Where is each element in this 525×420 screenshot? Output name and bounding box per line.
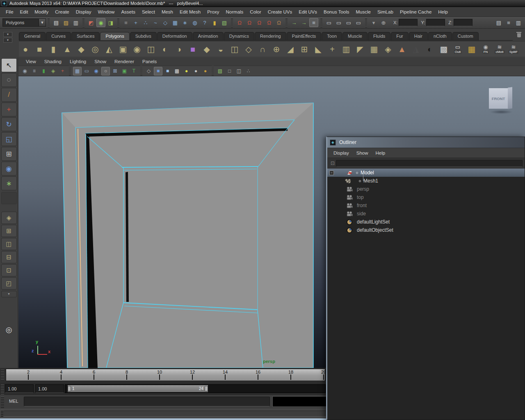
shelf-tab-subdivs[interactable]: Subdivs [130, 32, 157, 40]
hypershade-persp-layout-button[interactable]: ⊡ [1, 264, 17, 276]
subdiv-proxy-button[interactable]: ■ [186, 42, 199, 56]
smooth-shade-display-button[interactable]: ■ [154, 67, 162, 75]
duplicate-face-button[interactable]: ▥ [340, 42, 353, 56]
outliner-menu-display[interactable]: Display [330, 151, 353, 155]
xray-display-button[interactable]: ▧ [216, 67, 224, 75]
range-slider-bar[interactable]: 1 24 [68, 385, 208, 392]
menu-file[interactable]: File [2, 8, 17, 16]
persp-trax-layout-button[interactable]: ◰ [1, 277, 17, 290]
layout-shortcuts-menu-button[interactable]: ▾ [1, 291, 17, 297]
paint-selection-tool-button[interactable]: / [1, 88, 17, 102]
poly-cube-button[interactable]: ■ [33, 42, 46, 56]
mask-surfaces-button[interactable]: ◇ [161, 18, 170, 27]
panel-menu-show[interactable]: Show [90, 59, 110, 64]
show-attribute-editor-button[interactable]: ▥ [514, 18, 523, 27]
trash-icon[interactable] [516, 32, 522, 38]
last-tool-slot[interactable] [1, 192, 17, 204]
outliner-item-defaultlightset[interactable]: defaultLightSet [327, 218, 525, 226]
select-by-object-button[interactable]: ◉ [96, 18, 105, 27]
select-tool-button[interactable]: ↖ [1, 58, 17, 72]
outliner-item-mesh1[interactable]: Mesh1 [327, 177, 525, 185]
command-line-grip[interactable] [1, 397, 4, 408]
outliner-menu-show[interactable]: Show [353, 151, 372, 155]
shelf-tab-animation[interactable]: Animation [193, 32, 224, 40]
quad-draw-button[interactable]: ▦ [368, 42, 381, 56]
x-coordinate-field[interactable] [399, 19, 418, 26]
view-cube-side-face[interactable] [508, 87, 512, 109]
menu-muscle[interactable]: Muscle [352, 8, 374, 16]
nex-modeling-button[interactable]: ◮ [409, 42, 422, 56]
panel-menu-renderer[interactable]: Renderer [110, 59, 138, 64]
no-lights-button[interactable]: ● [182, 67, 191, 75]
grid-button[interactable]: ▦ [73, 67, 82, 75]
panel-menu-lighting[interactable]: Lighting [66, 59, 90, 64]
smooth-button[interactable]: ◒ [214, 42, 227, 56]
crease-tool-button[interactable]: ◈ [381, 42, 395, 56]
shelf-tab-general[interactable]: General [19, 32, 46, 40]
show-manipulator-tool-button[interactable]: ∗ [1, 176, 17, 190]
mask-handles-button[interactable]: ∴ [141, 18, 150, 27]
shelf-tab-menu-button[interactable]: ▼ [3, 32, 12, 37]
view-cube[interactable]: FRONT [488, 85, 517, 114]
mask-rendering-button[interactable]: ◍ [190, 18, 199, 27]
menu-edit-uvs[interactable]: Edit UVs [295, 8, 320, 16]
combine-button[interactable]: ◫ [144, 42, 158, 56]
menu-select[interactable]: Select [139, 8, 158, 16]
poly-pyramid-button[interactable]: ◭ [103, 42, 116, 56]
lock-selection-button[interactable]: ▮ [210, 18, 219, 27]
panel-menu-shading[interactable]: Shading [40, 59, 66, 64]
all-lights-button[interactable]: ● [201, 67, 210, 75]
move-tool-button[interactable]: + [1, 103, 17, 116]
menu-pipeline-cache[interactable]: Pipeline Cache [397, 8, 435, 16]
outliner-persp-layout-button[interactable]: ◫ [1, 238, 17, 250]
lattice-delete-button[interactable]: ▦ [465, 42, 478, 56]
mask-curves-button[interactable]: ~ [151, 18, 160, 27]
shelf-tab-surfaces[interactable]: Surfaces [71, 32, 100, 40]
mask-dynamics-button[interactable]: ∗ [180, 18, 189, 27]
shelf-tab-toon[interactable]: Toon [322, 32, 342, 40]
extract-face-button[interactable]: ◤ [354, 42, 367, 56]
outliner-item-top[interactable]: top [327, 193, 525, 201]
shelf-item-menu-button[interactable]: ▼ [3, 38, 12, 43]
four-pane-layout-button[interactable]: ⊞ [1, 225, 17, 237]
sculpt-geometry-button[interactable]: ▲ [395, 42, 409, 56]
outliner-item-front[interactable]: front [327, 201, 525, 210]
outliner-filter-input[interactable] [336, 160, 523, 167]
film-gate-button[interactable]: ▭ [82, 67, 91, 75]
outliner-item-side[interactable]: side [327, 210, 525, 218]
shelf-tab-polygons[interactable]: Polygons [100, 32, 129, 40]
menu-normals[interactable]: Normals [223, 8, 247, 16]
playback-start-field[interactable] [5, 384, 34, 393]
image-plane-button[interactable]: ◈ [49, 67, 57, 75]
shelf-tab-fur[interactable]: Fur [391, 32, 409, 40]
outliner-menu-help[interactable]: Help [372, 151, 389, 155]
snap-to-curves-button[interactable]: Ω [245, 18, 254, 27]
lasso-tool-button[interactable]: ◌ [1, 73, 17, 87]
shelf-tab-curves[interactable]: Curves [46, 32, 71, 40]
outliner-item-defaultobjectset[interactable]: defaultObjectSet [327, 226, 525, 234]
bookmarks-button[interactable]: ▮ [39, 67, 48, 75]
absolute-transform-button[interactable]: ⊕ [379, 18, 388, 27]
universal-manipulator-tool-button[interactable]: ⊞ [1, 147, 17, 161]
uv-checker-window-button[interactable]: ▩ [437, 42, 450, 56]
misc-tool-button[interactable]: ◎ [2, 324, 16, 336]
default-lighting-button[interactable]: ● [192, 67, 200, 75]
ipr-render-button[interactable]: ▭ [344, 18, 353, 27]
boolean-difference-button[interactable]: ◑ [172, 42, 185, 56]
shelf-tab-hair[interactable]: Hair [409, 32, 428, 40]
panel-menu-view[interactable]: View [22, 59, 40, 64]
menu-create-uvs[interactable]: Create UVs [265, 8, 295, 16]
overlap-panels-button[interactable]: ◫ [235, 67, 243, 75]
mask-expand-button[interactable]: ≡ [121, 18, 130, 27]
splitf-plugin-button[interactable]: ≋SplitF [507, 42, 520, 56]
poly-torus-button[interactable]: ◎ [89, 42, 102, 56]
isolate-select-button[interactable]: □ [225, 67, 234, 75]
menu-modify[interactable]: Modify [31, 8, 52, 16]
animation-start-field[interactable] [35, 384, 64, 393]
poke-face-button[interactable]: + [326, 42, 339, 56]
fn-plugin-button[interactable]: ◉FN [479, 42, 492, 56]
poly-cone-button[interactable]: ▲ [61, 42, 74, 56]
outputs-from-selected-button[interactable]: → [299, 18, 308, 27]
shelf-tab-deformation[interactable]: Deformation [157, 32, 192, 40]
mask-deformations-button[interactable]: ▦ [171, 18, 180, 27]
